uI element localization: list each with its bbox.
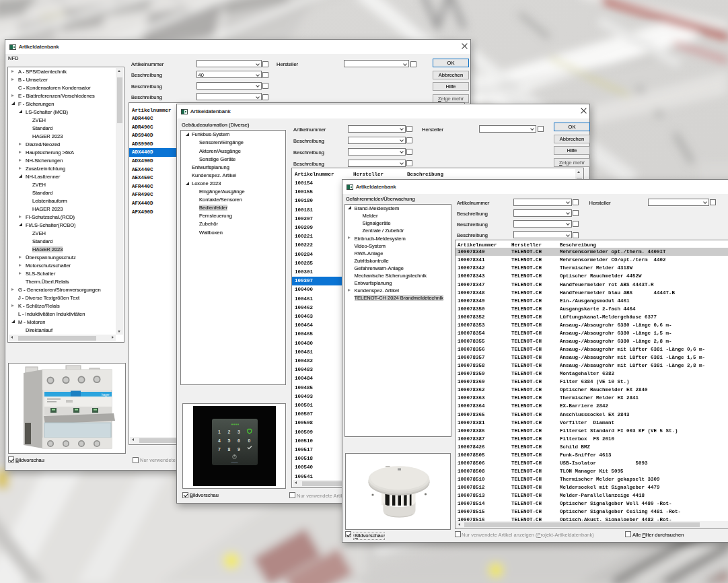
svg-text:4: 4	[218, 438, 221, 443]
svg-text:0: 0	[248, 438, 250, 443]
svg-text:3: 3	[238, 430, 240, 434]
svg-text:9: 9	[238, 447, 240, 452]
svg-text:2: 2	[227, 430, 230, 434]
svg-text:5: 5	[227, 438, 230, 443]
svg-text:1: 1	[218, 430, 221, 434]
svg-text:6: 6	[238, 438, 240, 443]
svg-text:hager: hager	[102, 393, 110, 397]
svg-text:7: 7	[218, 447, 221, 452]
svg-text:8: 8	[227, 447, 230, 452]
